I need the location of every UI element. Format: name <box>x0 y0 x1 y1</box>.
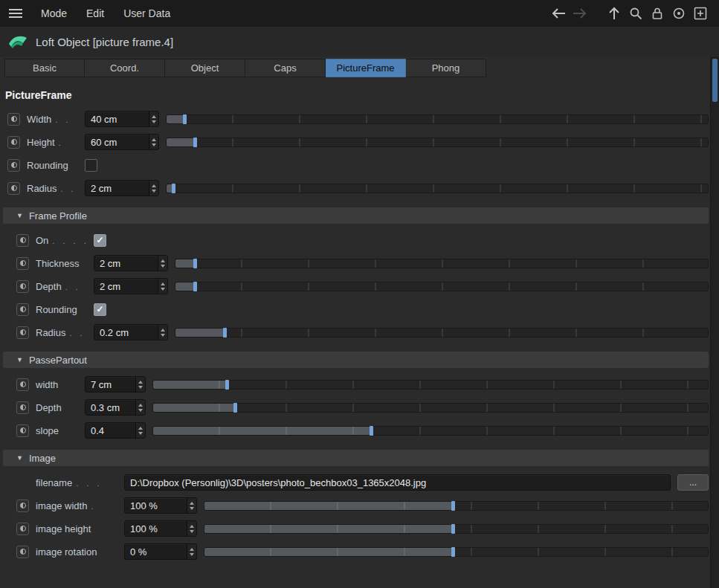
slider-handle[interactable] <box>193 138 197 147</box>
image-height-field[interactable]: 100 % <box>124 520 197 537</box>
pp-width-field[interactable]: 7 cm <box>85 376 146 392</box>
width-value[interactable]: 40 cm <box>86 112 149 126</box>
height-field[interactable]: 60 cm <box>85 134 159 150</box>
on-checkbox[interactable]: ✓ <box>94 234 106 247</box>
width-slider[interactable] <box>166 114 709 124</box>
anim-dot-icon[interactable] <box>16 500 29 512</box>
pp-width-value[interactable]: 7 cm <box>86 377 135 392</box>
height-slider[interactable] <box>166 138 709 147</box>
slider-handle[interactable] <box>451 547 455 557</box>
add-box-icon[interactable] <box>692 5 709 22</box>
slider-handle[interactable] <box>225 380 229 390</box>
browse-button[interactable]: ... <box>677 474 709 491</box>
anim-dot-icon[interactable] <box>7 159 20 172</box>
thickness-stepper[interactable] <box>158 256 167 271</box>
group-header-frame-profile[interactable]: ▼ Frame Profile <box>3 207 709 224</box>
image-width-value[interactable]: 100 % <box>125 498 187 513</box>
depth-value[interactable]: 2 cm <box>94 279 158 294</box>
filename-field[interactable]: D:\Dropbox (Personlig)\3D\posters\photo_… <box>124 474 671 491</box>
slope-slider[interactable] <box>152 426 709 436</box>
menu-user-data[interactable]: User Data <box>114 7 180 19</box>
thickness-value[interactable]: 2 cm <box>94 256 158 271</box>
slope-field[interactable]: 0.4 <box>85 422 146 439</box>
radius-field[interactable]: 2 cm <box>85 180 159 196</box>
hamburger-icon[interactable] <box>6 5 25 22</box>
image-height-value[interactable]: 100 % <box>125 521 187 536</box>
target-icon[interactable] <box>671 5 687 22</box>
thickness-slider[interactable] <box>175 259 709 268</box>
menu-edit[interactable]: Edit <box>77 7 114 19</box>
radius-profile-value[interactable]: 0.2 cm <box>94 325 158 340</box>
image-width-slider[interactable] <box>204 501 709 511</box>
slider-handle[interactable] <box>233 403 237 413</box>
depth-stepper[interactable] <box>158 279 167 294</box>
group-header-image[interactable]: ▼ Image <box>3 450 709 466</box>
radius-profile-slider[interactable] <box>175 328 709 337</box>
anim-dot-icon[interactable] <box>16 326 29 339</box>
image-rotation-slider[interactable] <box>204 547 709 557</box>
image-width-stepper[interactable] <box>187 498 196 513</box>
anim-dot-icon[interactable] <box>16 523 29 535</box>
pp-width-slider[interactable] <box>152 380 709 390</box>
group-header-passepartout[interactable]: ▼ PassePartout <box>3 352 709 368</box>
width-field[interactable]: 40 cm <box>85 111 159 127</box>
slider-handle[interactable] <box>370 426 373 436</box>
up-icon[interactable] <box>606 5 622 22</box>
menu-mode[interactable]: Mode <box>31 7 77 19</box>
tab-phong[interactable]: Phong <box>406 59 486 77</box>
slider-handle[interactable] <box>183 114 187 124</box>
pp-width-stepper[interactable] <box>135 377 145 392</box>
anim-dot-icon[interactable] <box>16 378 29 391</box>
slider-handle[interactable] <box>223 328 227 337</box>
pp-depth-value[interactable]: 0.3 cm <box>86 400 135 415</box>
anim-dot-icon[interactable] <box>7 136 20 149</box>
anim-dot-icon[interactable] <box>16 424 29 437</box>
height-stepper[interactable] <box>149 135 158 149</box>
back-icon[interactable] <box>550 5 567 22</box>
depth-field[interactable]: 2 cm <box>94 278 168 294</box>
anim-dot-icon[interactable] <box>16 401 29 414</box>
radius-slider[interactable] <box>166 184 709 193</box>
anim-dot-icon[interactable] <box>16 280 29 293</box>
anim-dot-icon[interactable] <box>16 303 29 316</box>
anim-dot-icon[interactable] <box>7 182 20 195</box>
image-rotation-value[interactable]: 0 % <box>125 544 187 559</box>
slope-stepper[interactable] <box>135 423 145 438</box>
tab-object[interactable]: Object <box>165 59 245 77</box>
pp-depth-stepper[interactable] <box>135 400 145 415</box>
scrollbar[interactable] <box>710 56 719 588</box>
image-width-field[interactable]: 100 % <box>124 497 197 514</box>
forward-icon[interactable] <box>572 5 588 22</box>
lock-icon[interactable] <box>649 5 665 22</box>
tab-basic[interactable]: Basic <box>4 59 85 77</box>
slope-value[interactable]: 0.4 <box>86 423 135 438</box>
tab-coord[interactable]: Coord. <box>85 59 165 77</box>
slider-handle[interactable] <box>193 282 197 291</box>
depth-slider[interactable] <box>175 282 709 291</box>
height-value[interactable]: 60 cm <box>86 135 149 149</box>
pp-depth-field[interactable]: 0.3 cm <box>85 399 146 416</box>
rounding-profile-checkbox[interactable]: ✓ <box>94 303 106 316</box>
anim-dot-icon[interactable] <box>16 546 29 558</box>
slider-handle[interactable] <box>451 524 455 534</box>
radius-stepper[interactable] <box>149 181 158 196</box>
slider-handle[interactable] <box>172 184 175 193</box>
thickness-field[interactable]: 2 cm <box>94 255 168 271</box>
search-icon[interactable] <box>628 5 644 22</box>
slider-handle[interactable] <box>193 259 197 268</box>
image-rotation-field[interactable]: 0 % <box>124 543 197 560</box>
anim-dot-icon[interactable] <box>7 113 20 126</box>
radius-profile-stepper[interactable] <box>158 325 167 340</box>
image-height-slider[interactable] <box>204 524 709 534</box>
pp-depth-slider[interactable] <box>152 403 709 413</box>
width-stepper[interactable] <box>149 112 158 126</box>
filename-value[interactable]: D:\Dropbox (Personlig)\3D\posters\photo_… <box>125 475 670 490</box>
anim-dot-icon[interactable] <box>16 234 29 247</box>
radius-value[interactable]: 2 cm <box>86 181 149 196</box>
rounding-checkbox[interactable] <box>85 159 97 172</box>
anim-dot-icon[interactable] <box>16 257 29 270</box>
scrollbar-thumb[interactable] <box>712 59 718 102</box>
image-height-stepper[interactable] <box>187 521 196 536</box>
radius-profile-field[interactable]: 0.2 cm <box>94 324 168 340</box>
tab-pictureframe[interactable]: PictureFrame <box>326 59 406 77</box>
